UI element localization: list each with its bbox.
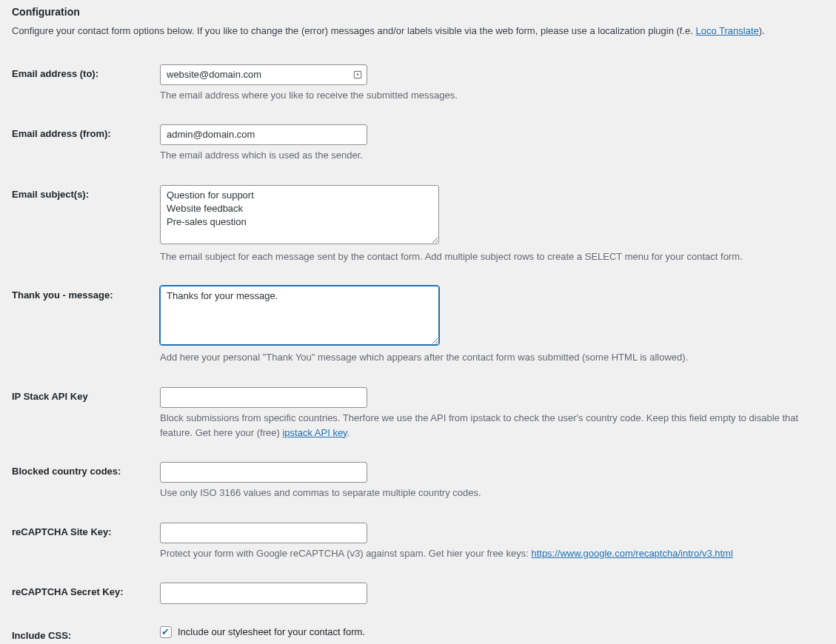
ipstack-helper-prefix: Block submissions from specific countrie…: [160, 412, 798, 438]
include-css-label: Include CSS:: [12, 615, 160, 644]
blocked-countries-label: Blocked country codes:: [12, 451, 160, 511]
thankyou-helper: Add here your personal "Thank You" messa…: [160, 350, 817, 365]
config-form-table: Email address (to): The email address wh…: [12, 53, 824, 645]
blocked-countries-helper: Use only ISO 3166 values and commas to s…: [160, 486, 817, 500]
recaptcha-site-label: reCAPTCHA Site Key:: [12, 511, 160, 572]
subjects-helper: The email subject for each message sent …: [160, 249, 817, 264]
intro-suffix: ).: [759, 25, 765, 36]
recaptcha-site-input[interactable]: [160, 523, 367, 543]
ipstack-helper: Block submissions from specific countrie…: [160, 411, 817, 440]
intro-prefix: Configure your contact form options belo…: [12, 25, 695, 36]
blocked-countries-input[interactable]: [160, 462, 367, 483]
email-to-helper: The email address where you like to rece…: [160, 88, 817, 103]
email-from-input[interactable]: [160, 124, 367, 145]
subjects-label: Email subject(s):: [12, 174, 160, 275]
recaptcha-secret-label: reCAPTCHA Secret Key:: [12, 571, 160, 614]
recaptcha-link[interactable]: https://www.google.com/recaptcha/intro/v…: [531, 548, 732, 559]
include-css-row[interactable]: Include our stylesheet for your contact …: [160, 626, 817, 638]
thankyou-label: Thank you - message:: [12, 275, 160, 376]
recaptcha-secret-input[interactable]: [160, 583, 367, 603]
email-to-input[interactable]: [160, 64, 367, 85]
email-to-label: Email address (to):: [12, 53, 160, 114]
ipstack-label: IP Stack API Key: [12, 376, 160, 451]
loco-translate-link[interactable]: Loco Translate: [695, 25, 758, 36]
email-from-helper: The email address which is used as the s…: [160, 148, 817, 163]
email-from-label: Email address (from):: [12, 113, 160, 174]
thankyou-textarea[interactable]: Thanks for your message.: [160, 286, 439, 345]
ipstack-input[interactable]: [160, 387, 367, 408]
recaptcha-site-helper: Protect your form with Google reCAPTCHA …: [160, 546, 817, 561]
page-title: Configuration: [12, 6, 824, 18]
ipstack-api-key-link[interactable]: ipstack API key: [282, 427, 347, 438]
recaptcha-helper-prefix: Protect your form with Google reCAPTCHA …: [160, 548, 531, 559]
include-css-checkbox-label: Include our stylesheet for your contact …: [178, 626, 365, 637]
subjects-textarea[interactable]: Question for support Website feedback Pr…: [160, 185, 439, 244]
ipstack-helper-suffix: .: [347, 427, 350, 438]
intro-text: Configure your contact form options belo…: [12, 24, 824, 38]
include-css-checkbox[interactable]: [160, 626, 172, 638]
